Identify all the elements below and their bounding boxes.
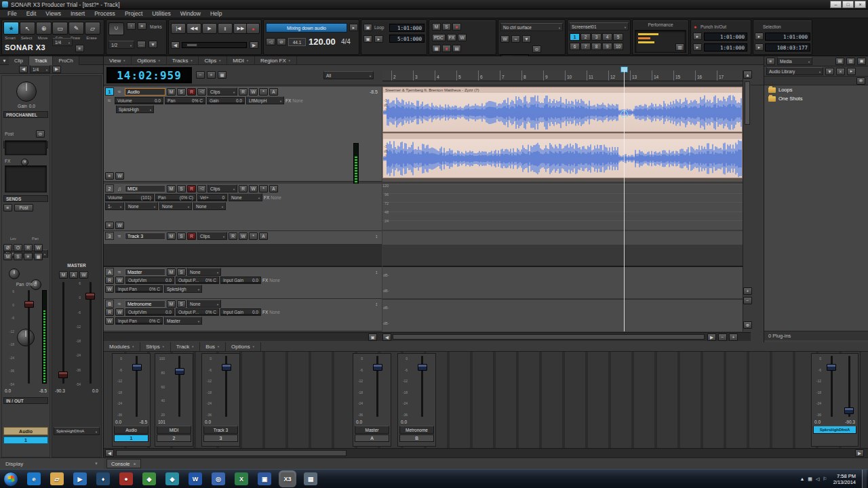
console-menu[interactable]: Bus [200, 342, 226, 351]
screenset-button-8[interactable]: 8 [591, 43, 601, 50]
strip-number[interactable]: B [399, 434, 434, 442]
time-plus-button[interactable]: + [207, 71, 216, 79]
tab-console[interactable]: Console × [106, 459, 141, 468]
bus-name[interactable]: Master [125, 268, 165, 276]
menu-item[interactable]: Utilities [147, 9, 175, 18]
punch-out-icon[interactable]: ▸ [693, 43, 702, 51]
send-prepost-button[interactable]: Post [14, 204, 33, 211]
transport-position-slider[interactable] [182, 42, 247, 48]
solo-button[interactable]: S [177, 185, 186, 192]
menu-item[interactable]: Edit [22, 9, 41, 18]
bus-input-pan-slider[interactable]: Input Pan0% C [115, 285, 163, 293]
transport-button[interactable]: |◀ [171, 23, 186, 34]
minimize-button[interactable]: – [830, 1, 842, 8]
screenset-button-4[interactable]: 4 [602, 33, 612, 41]
tray-icon-network[interactable]: ▦ [808, 476, 812, 482]
master-msr-button[interactable]: A [69, 271, 78, 279]
bus-volume-slider[interactable]: OutptVlm0.0 [125, 277, 174, 284]
next-track-button[interactable]: ▶ [52, 66, 61, 73]
tray-icon-volume[interactable]: ◁ [816, 476, 819, 482]
track-number[interactable]: 3 [105, 232, 114, 240]
inspector-track-name[interactable]: Audio [3, 427, 48, 435]
strip-name[interactable]: Track 3 [203, 426, 238, 434]
strip-number[interactable]: 2 [157, 434, 191, 442]
console-strip-midi[interactable]: 10080604020 101 MIDI 2 [155, 353, 193, 447]
snap-more-button[interactable]: … [137, 41, 146, 48]
send-level-knob[interactable] [9, 268, 20, 279]
scroll-up-icon[interactable]: ▲ [743, 70, 752, 79]
track-header-midi[interactable]: 2 ♫ MIDI M S R ◁ Clips R W * A Volume(10… [104, 184, 382, 231]
solo-button[interactable]: S [177, 268, 186, 276]
console-menu[interactable]: Strips [140, 342, 170, 351]
bus-fx-dropdown[interactable]: None [187, 268, 221, 276]
mute-solo-button[interactable]: S [442, 23, 451, 30]
console-hscrollbar[interactable]: ◀ ▶ [104, 448, 868, 458]
taskbar-icon-media-player[interactable]: ▶ [73, 472, 87, 485]
automation-write-button[interactable]: W [105, 285, 114, 293]
trackview-menu[interactable]: Tracks [167, 56, 199, 65]
clip-header[interactable]: Steerner & Tjernberg ft. Brenton Mattheu… [382, 87, 743, 93]
prev-track-button[interactable]: ◀ [19, 66, 28, 73]
close-button[interactable]: × [854, 1, 866, 8]
bus-fx-dropdown[interactable]: None [187, 300, 221, 308]
edit-filter-dropdown[interactable]: Clips [197, 232, 227, 240]
scroll-right-icon[interactable]: ▶ [707, 333, 716, 341]
automation-read-button[interactable]: R [229, 232, 237, 240]
selection-end-time[interactable]: 108:03:177 [765, 43, 810, 52]
screenset-button-6[interactable]: 6 [570, 43, 580, 50]
console-strip-master[interactable]: 0-6-12-18-24-36 0.0 Master A [353, 353, 391, 447]
tab-clip[interactable]: Clip [9, 56, 29, 65]
strip-number[interactable]: 3 [203, 434, 238, 442]
display-label[interactable]: Display [5, 461, 23, 467]
phase-interleave-button[interactable]: O [14, 244, 22, 251]
console-scroll-left-icon[interactable]: ◀ [105, 449, 114, 457]
folder-item-loops[interactable]: Loops [764, 85, 868, 94]
taskbar-icon-app-gray[interactable]: ▤ [304, 472, 317, 485]
mix-option-button[interactable]: ▦ [432, 45, 441, 52]
scrub-left-button[interactable]: ◀ [171, 41, 180, 49]
volume-fader[interactable] [421, 356, 423, 417]
fx-label[interactable]: FX [285, 98, 291, 103]
screenset-button-10[interactable]: 10 [613, 43, 623, 50]
track-name[interactable]: MIDI [125, 185, 165, 192]
mute-solo-row-button[interactable]: M [3, 253, 12, 260]
selection-start-icon[interactable]: ▸ [755, 33, 764, 40]
menu-item[interactable]: File [3, 9, 22, 18]
bus-output-dropdown[interactable]: SpkrsHgh [164, 285, 202, 293]
time-minus-button[interactable]: − [196, 71, 205, 79]
resize-icon[interactable]: ↕ [376, 234, 378, 239]
gain-slider[interactable]: Gain0.0 [207, 97, 245, 104]
clip-waveform-right[interactable]: -3dB-3 [382, 139, 743, 178]
vertical-scrollbar[interactable]: ▲ + − ⊕ [743, 70, 751, 331]
automation-write-button[interactable]: W [115, 277, 124, 284]
automation-write-button[interactable]: W [115, 308, 124, 316]
midi-volume-slider[interactable]: Volume(101) [105, 194, 154, 201]
automation-write-button[interactable]: W [249, 88, 258, 96]
punch-out-time[interactable]: 1:01:000 [704, 43, 747, 52]
console-menu[interactable]: Options [226, 342, 261, 351]
clip-header-2[interactable] [382, 133, 743, 139]
automation-write-button[interactable]: W [249, 185, 258, 192]
pan-slider[interactable]: Pan0% C [165, 97, 205, 104]
strip-name[interactable]: Metronome [399, 426, 434, 434]
midi-channel-dropdown[interactable]: 1- [105, 202, 124, 210]
volume-fader[interactable] [225, 356, 227, 417]
waveform-preview-button[interactable]: W [115, 222, 124, 229]
midi-pan-slider[interactable]: Pan(0% C) [155, 194, 196, 201]
pdc-fx-button[interactable]: W [458, 34, 467, 41]
prochannel-header[interactable]: PROCHANNEL [3, 111, 48, 118]
track3-lane[interactable] [382, 231, 743, 245]
trackview-menu[interactable]: Region FX [255, 56, 297, 65]
mute-button[interactable]: M [167, 300, 176, 308]
master-bus-lane[interactable]: dB-dB- [382, 266, 743, 298]
track-input-dropdown[interactable]: LftMcrpH [246, 96, 284, 104]
resize-icon[interactable]: ↕ [376, 302, 378, 306]
console-menu[interactable]: Track [171, 342, 201, 351]
midi-track-lane[interactable]: 12096724824 [382, 184, 743, 230]
volume-fader[interactable] [376, 356, 378, 417]
taskbar-icon-word[interactable]: W [189, 472, 202, 485]
speaker-icon[interactable]: ◁ [266, 38, 275, 45]
master-msr-button[interactable]: W [79, 271, 88, 279]
midi-output-dropdown[interactable]: None [193, 202, 226, 210]
lock-icon[interactable]: ⊙ [532, 45, 541, 53]
